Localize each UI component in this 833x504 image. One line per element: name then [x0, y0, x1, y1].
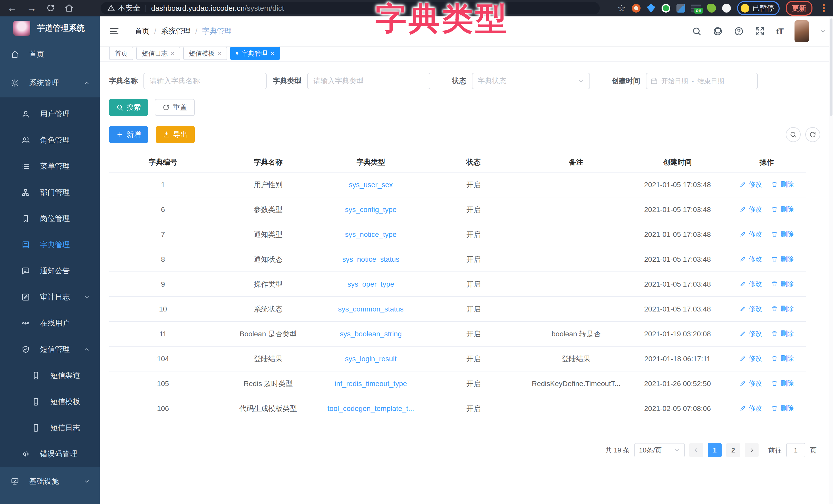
- ext-icon-white[interactable]: [722, 4, 731, 12]
- tab-dict-active[interactable]: 字典管理 ×: [230, 47, 280, 60]
- page-button-2[interactable]: 2: [726, 443, 740, 457]
- search-button[interactable]: 搜索: [109, 99, 148, 116]
- github-icon[interactable]: [713, 26, 723, 36]
- dict-type-link[interactable]: sys_notice_status: [342, 255, 400, 263]
- edit-link[interactable]: 修改: [740, 329, 762, 338]
- more-icon[interactable]: ⋮: [818, 2, 829, 14]
- sidebar-item-dict[interactable]: 字典管理: [0, 232, 100, 258]
- sidebar-item-error-code[interactable]: 错误码管理: [0, 441, 100, 467]
- export-button[interactable]: 导出: [156, 126, 195, 143]
- refresh-table-button[interactable]: [805, 127, 820, 142]
- ext-icon-leaf[interactable]: [707, 4, 716, 12]
- prev-page-button[interactable]: [689, 443, 703, 457]
- dict-name-input[interactable]: [143, 73, 267, 89]
- ext-icon-grid[interactable]: [676, 4, 685, 12]
- dict-type-link[interactable]: tool_codegen_template_t...: [328, 405, 414, 412]
- add-button[interactable]: 新增: [109, 126, 148, 143]
- sidebar-item-depts[interactable]: 部门管理: [0, 179, 100, 206]
- edit-link[interactable]: 修改: [740, 404, 762, 413]
- tab-sms-template[interactable]: 短信模板 ×: [183, 47, 227, 60]
- sidebar-item-notice[interactable]: 通知公告: [0, 258, 100, 284]
- forward-icon[interactable]: →: [27, 3, 37, 13]
- edit-link[interactable]: 修改: [740, 304, 762, 313]
- ext-icon-green-circle[interactable]: [662, 4, 670, 12]
- paused-extension-badge[interactable]: 已暂停: [737, 1, 780, 16]
- page-size-select[interactable]: 10条/页: [634, 443, 685, 457]
- back-icon[interactable]: ←: [7, 3, 17, 13]
- delete-link[interactable]: 删除: [771, 255, 794, 263]
- scrollbar-track[interactable]: [829, 17, 833, 504]
- sidebar-item-users[interactable]: 用户管理: [0, 101, 100, 127]
- next-page-button[interactable]: [745, 443, 759, 457]
- dict-type-link[interactable]: sys_user_sex: [349, 181, 392, 189]
- font-size-icon[interactable]: tT: [776, 26, 783, 36]
- dict-type-input[interactable]: [307, 73, 430, 89]
- goto-page-input[interactable]: [786, 443, 805, 457]
- breadcrumb-system[interactable]: 系统管理: [161, 26, 191, 36]
- dict-type-link[interactable]: sys_common_status: [338, 305, 403, 313]
- sidebar-item-posts[interactable]: 岗位管理: [0, 206, 100, 232]
- tab-sms-log[interactable]: 短信日志 ×: [136, 47, 180, 60]
- delete-link[interactable]: 删除: [771, 329, 794, 338]
- delete-link[interactable]: 删除: [771, 304, 794, 313]
- close-icon[interactable]: ×: [270, 49, 274, 57]
- sidebar-item-roles[interactable]: 角色管理: [0, 127, 100, 153]
- delete-link[interactable]: 删除: [771, 180, 794, 189]
- edit-link[interactable]: 修改: [740, 255, 762, 263]
- sidebar-item-audit-log[interactable]: 审计日志: [0, 284, 100, 310]
- sidebar-item-infrastructure[interactable]: 基础设施: [0, 467, 100, 496]
- sidebar-item-sms-template[interactable]: 短信模板: [0, 388, 100, 415]
- fullscreen-icon[interactable]: [755, 26, 765, 36]
- search-icon[interactable]: [692, 26, 701, 36]
- delete-link[interactable]: 删除: [771, 354, 794, 363]
- breadcrumb-home[interactable]: 首页: [135, 26, 150, 36]
- sidebar-item-menus[interactable]: 菜单管理: [0, 153, 100, 179]
- edit-link[interactable]: 修改: [740, 279, 762, 288]
- avatar[interactable]: [794, 20, 809, 42]
- address-bar[interactable]: 不安全 dashboard.yudao.iocoder.cn /system/d…: [101, 2, 600, 14]
- dict-type-link[interactable]: sys_notice_type: [345, 230, 397, 238]
- tab-home[interactable]: 首页: [109, 47, 133, 60]
- sidebar-item-online-users[interactable]: 在线用户: [0, 310, 100, 336]
- help-icon[interactable]: [734, 26, 744, 36]
- dict-type-link[interactable]: sys_login_result: [345, 355, 397, 363]
- status-select[interactable]: 字典状态: [472, 73, 590, 89]
- scrollbar-thumb[interactable]: [830, 19, 832, 116]
- ext-icon-orange[interactable]: [632, 4, 641, 12]
- sidebar-item-sms-log[interactable]: 短信日志: [0, 415, 100, 441]
- sidebar-item-sms[interactable]: 短信管理: [0, 336, 100, 362]
- bookmark-star-icon[interactable]: ☆: [617, 3, 626, 14]
- delete-link[interactable]: 删除: [771, 205, 794, 214]
- ext-icon-blue-gem[interactable]: [647, 4, 656, 12]
- reload-icon[interactable]: [46, 4, 55, 12]
- toggle-search-button[interactable]: [786, 127, 801, 142]
- app-logo-row[interactable]: 芋道管理系统: [0, 17, 100, 40]
- close-icon[interactable]: ×: [171, 49, 174, 57]
- browser-home-icon[interactable]: [65, 4, 73, 12]
- hamburger-icon[interactable]: [109, 26, 119, 36]
- edit-link[interactable]: 修改: [740, 205, 762, 214]
- dict-type-link[interactable]: sys_oper_type: [348, 280, 394, 288]
- delete-link[interactable]: 删除: [771, 404, 794, 413]
- sidebar-item-sms-channel[interactable]: 短信渠道: [0, 362, 100, 388]
- edit-link[interactable]: 修改: [740, 230, 762, 239]
- edit-link[interactable]: 修改: [740, 180, 762, 189]
- create-time-range-picker[interactable]: 开始日期 - 结束日期: [646, 73, 758, 89]
- main-content: 字典名称 字典类型 状态 字典状态 创建时间 开始日期 - 结束日期 搜索 重置…: [100, 61, 829, 504]
- reset-button[interactable]: 重置: [155, 99, 195, 116]
- ext-icon-on-badge[interactable]: on: [691, 4, 701, 12]
- close-icon[interactable]: ×: [218, 49, 221, 57]
- dict-type-link[interactable]: inf_redis_timeout_type: [335, 380, 407, 387]
- update-button[interactable]: 更新: [786, 1, 812, 16]
- dict-type-link[interactable]: sys_boolean_string: [340, 330, 402, 338]
- dict-type-link[interactable]: sys_config_type: [345, 206, 397, 213]
- sidebar-item-system[interactable]: 系统管理: [0, 69, 100, 97]
- delete-link[interactable]: 删除: [771, 379, 794, 388]
- page-button-1[interactable]: 1: [708, 443, 722, 457]
- sidebar-item-home[interactable]: 首页: [0, 40, 100, 69]
- delete-link[interactable]: 删除: [771, 279, 794, 288]
- chevron-down-icon[interactable]: [820, 28, 826, 34]
- edit-link[interactable]: 修改: [740, 354, 762, 363]
- edit-link[interactable]: 修改: [740, 379, 762, 388]
- delete-link[interactable]: 删除: [771, 230, 794, 239]
